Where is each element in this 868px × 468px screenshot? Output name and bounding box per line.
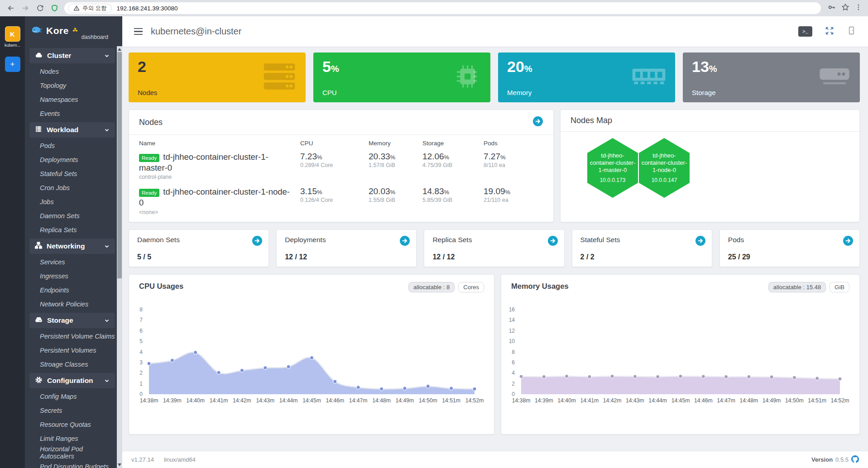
node-hexagon[interactable]: td-jhheo-container-cluster-1-node-010.0.… (639, 138, 690, 198)
sidebar-item-config-maps[interactable]: Config Maps (25, 389, 117, 403)
sidebar-item-ingresses[interactable]: Ingresses (25, 269, 117, 283)
sidebar-item-daemon-sets[interactable]: Daemon Sets (25, 209, 117, 223)
sidebar-item-persistent-volumes[interactable]: Persistent Volumes (25, 343, 117, 357)
hamburger-menu-icon[interactable] (134, 28, 143, 35)
app-header: kubernetes@in-cluster >_ (122, 16, 868, 47)
chart-badge[interactable]: allocatable : 8 (408, 282, 455, 292)
sidebar-section-cluster[interactable]: Cluster (29, 48, 115, 63)
chevron-down-icon (104, 53, 110, 59)
sidebar-item-cron-jobs[interactable]: Cron Jobs (25, 181, 117, 195)
goto-arrow-icon[interactable] (843, 235, 854, 248)
reload-icon[interactable] (34, 2, 46, 14)
node-hexagon[interactable]: td-jhheo-container-cluster-1-master-010.… (587, 138, 638, 198)
sidebar-item-nodes[interactable]: Nodes (25, 64, 117, 78)
app-logo[interactable]: Kore dashboard (25, 16, 122, 45)
stat-card-nodes[interactable]: 2Nodes (129, 53, 306, 102)
svg-text:14:44m: 14:44m (279, 397, 298, 404)
sidebar-item-endpoints[interactable]: Endpoints (25, 283, 117, 297)
sidebar-section-networking[interactable]: Networking (29, 239, 115, 254)
svg-text:14:40m: 14:40m (186, 397, 205, 404)
chevron-down-icon (104, 243, 110, 249)
node-row[interactable]: Readytd-jhheo-container-cluster-1-master… (139, 148, 543, 183)
site-warning-chip[interactable]: 주의 요함 (68, 4, 112, 13)
node-row[interactable]: Readytd-jhheo-container-cluster-1-node-0… (139, 183, 543, 218)
stat-card-row: 2Nodes5%CPU20%Memory13%Storage (129, 53, 860, 102)
shield-icon[interactable] (48, 2, 61, 14)
sidebar-section-configuration[interactable]: Configuration (29, 373, 115, 388)
scroll-up-arrow[interactable] (118, 48, 121, 51)
logout-door-icon[interactable] (847, 26, 856, 37)
svg-text:2: 2 (139, 370, 143, 376)
sidebar-item-network-policies[interactable]: Network Policies (25, 297, 117, 311)
goto-arrow-icon[interactable] (547, 235, 558, 248)
svg-text:0: 0 (139, 391, 143, 397)
stat-card-cpu[interactable]: 5%CPU (313, 53, 490, 102)
sidebar-item-replica-sets[interactable]: Replica Sets (25, 223, 117, 237)
metric-detail: 5.85/39 GiB (422, 197, 484, 203)
metric-detail: 0.289/4 Core (300, 162, 369, 168)
ready-status-badge: Ready (139, 189, 159, 197)
back-icon[interactable] (5, 2, 17, 14)
sidebar-item-namespaces[interactable]: Namespaces (25, 92, 117, 106)
chart-badge[interactable]: allocatable : 15.48 (768, 282, 826, 292)
sidebar-section-storage[interactable]: Storage (29, 313, 115, 328)
key-icon[interactable] (827, 3, 836, 14)
memory-chart-title: Memory Usages (511, 282, 569, 291)
scrollbar-thumb[interactable] (117, 52, 122, 278)
workload-card-daemon-sets[interactable]: Daemon Sets5 / 5 (129, 229, 269, 267)
scroll-down-arrow[interactable] (118, 463, 121, 466)
goto-arrow-icon[interactable] (695, 235, 706, 248)
sidebar-item-events[interactable]: Events (25, 106, 117, 120)
star-icon[interactable] (841, 3, 850, 14)
sidebar-scrollbar[interactable] (117, 46, 122, 468)
sidebar-item-pods[interactable]: Pods (25, 138, 117, 153)
cloud-icon (34, 51, 43, 61)
sidebar-item-pod-disruption-budgets[interactable]: Pod Disruption Budgets (25, 459, 117, 468)
goto-arrow-icon[interactable] (399, 235, 410, 248)
sidebar-item-stateful-sets[interactable]: Stateful Sets (25, 167, 117, 181)
svg-text:16: 16 (509, 306, 515, 313)
workload-card-stateful-sets[interactable]: Stateful Sets2 / 2 (572, 229, 712, 267)
sidebar-item-resource-quotas[interactable]: Resource Quotas (25, 417, 117, 431)
kebab-menu-icon[interactable] (854, 3, 863, 13)
sidebar-item-persistent-volume-claims[interactable]: Persistent Volume Claims (25, 329, 117, 343)
url-text[interactable]: 192.168.241.39:30080 (116, 5, 177, 12)
sidebar-section-workload[interactable]: Workload (29, 122, 115, 138)
nodes-goto-arrow-icon[interactable] (532, 116, 543, 129)
sidebar-item-services[interactable]: Services (25, 255, 117, 269)
add-cluster-button[interactable]: + (5, 57, 20, 72)
svg-text:14:42m: 14:42m (233, 397, 251, 404)
sidebar-item-topology[interactable]: Topology (25, 78, 117, 92)
workload-count: 2 / 2 (580, 253, 595, 261)
goto-arrow-icon[interactable] (252, 235, 263, 248)
svg-text:14: 14 (509, 317, 515, 323)
chevron-down-icon (104, 127, 110, 133)
sidebar-item-stroage-classes[interactable]: Stroage Classes (25, 357, 117, 371)
cluster-tile[interactable]: K (5, 26, 20, 42)
hex-node-name: td-jhheo-container-cluster-1-master-0 (588, 152, 637, 174)
github-icon[interactable] (851, 455, 859, 464)
page-title: kubernetes@in-cluster (151, 26, 241, 37)
workload-card-replica-sets[interactable]: Replica Sets12 / 12 (424, 229, 564, 267)
hex-node-ip: 10.0.0.173 (600, 177, 626, 184)
sidebar-item-jobs[interactable]: Jobs (25, 195, 117, 209)
expand-icon[interactable] (825, 26, 834, 38)
forward-icon[interactable] (19, 2, 32, 14)
workload-card-pods[interactable]: Pods25 / 29 (719, 229, 860, 267)
sidebar-item-secrets[interactable]: Secrets (25, 403, 117, 417)
sidebar-item-limit-ranges[interactable]: Limit Ranges (25, 431, 117, 445)
stat-card-storage[interactable]: 13%Storage (683, 53, 860, 102)
address-bar[interactable]: 주의 요함 192.168.241.39:30080 (64, 2, 821, 14)
storage-drive-icon (816, 63, 853, 91)
terminal-icon[interactable]: >_ (798, 26, 812, 37)
chart-badge[interactable]: GiB (830, 282, 849, 292)
workload-card-deployments[interactable]: Deployments12 / 12 (276, 229, 417, 267)
chart-badge[interactable]: Cores (458, 282, 484, 292)
svg-text:4: 4 (512, 370, 515, 376)
stat-card-memory[interactable]: 20%Memory (498, 53, 675, 102)
sidebar-item-deployments[interactable]: Deployments (25, 153, 117, 167)
svg-text:14:50m: 14:50m (419, 397, 437, 404)
sidebar-item-horizontal-pod-autoscalers[interactable]: Horizontal Pod Autoscalers (25, 445, 117, 459)
sidebar-nav: ClusterNodesTopologyNamespacesEventsWork… (25, 45, 122, 468)
stat-label: CPU (322, 89, 337, 96)
